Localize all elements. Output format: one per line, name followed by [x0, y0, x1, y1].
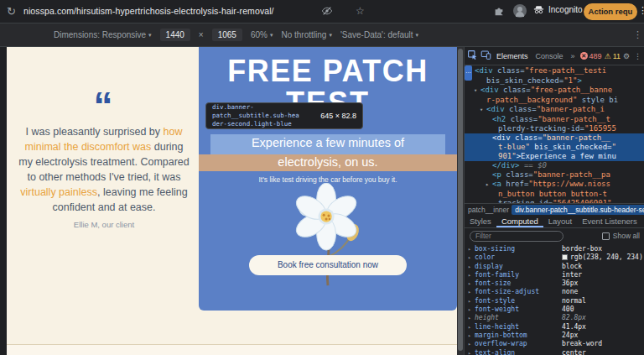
computed-property-row[interactable]: ▸font-stylenormal [468, 297, 644, 305]
computed-property-row[interactable]: ▸height82.8px [468, 314, 644, 322]
inspect-element-icon[interactable] [467, 50, 478, 62]
expand-arrow-icon[interactable]: ▸ [468, 314, 475, 322]
viewport-width-field[interactable]: 1440 [160, 29, 190, 41]
expand-arrow-icon[interactable]: ▸ [468, 253, 475, 262]
expand-arrow-icon[interactable]: ▾ [480, 106, 486, 115]
zoom-dropdown[interactable]: 60% ▾ [251, 30, 273, 39]
reload-icon[interactable]: ↻ [7, 5, 16, 18]
profile-avatar[interactable] [513, 4, 527, 18]
property-name: font-family [475, 271, 562, 279]
expand-arrow-icon[interactable]: ▸ [468, 279, 475, 288]
expand-arrow-icon[interactable]: ▸ [468, 263, 475, 271]
tab-event-listeners[interactable]: Event Listeners [577, 215, 641, 227]
dom-tree-row[interactable]: <p class="banner-patch__pa [465, 170, 644, 180]
preview-scrollbar [457, 47, 464, 355]
computed-property-row[interactable]: ▸overflow-wrapbreak-word [468, 340, 644, 348]
dom-tree-row[interactable]: <h2 class="banner-patch__t [465, 115, 644, 124]
devtools-menu-icon[interactable]: ⋮ [634, 52, 641, 60]
expand-arrow-icon[interactable]: ▸ [468, 332, 475, 340]
breadcrumb-item[interactable]: patch__inner [468, 206, 509, 214]
dom-tree-row[interactable]: <div class="banner-patch__ [465, 133, 644, 143]
zoom-value: 60% [251, 30, 267, 39]
throttling-value: No throttling [281, 30, 326, 39]
save-data-dropdown[interactable]: 'Save-Data': default ▾ [340, 30, 418, 39]
expand-arrow-icon[interactable]: ▸ [468, 271, 475, 279]
dom-tree-row[interactable]: plerdy-tracking-id="165955 [465, 124, 644, 133]
property-value: center [562, 349, 586, 355]
property-value: 36px [562, 279, 578, 287]
property-value: block [562, 263, 582, 270]
computed-property-row[interactable]: ▸line-height41.4px [468, 323, 644, 332]
dimensions-dropdown[interactable]: Dimensions: Responsive ▾ [54, 30, 152, 39]
save-data-value: 'Save-Data': default [340, 30, 413, 39]
dom-tree-row[interactable]: r-patch__background" style bi [465, 96, 644, 105]
expand-arrow-icon[interactable]: ▸ [468, 340, 475, 348]
eye-off-icon[interactable] [321, 5, 333, 18]
error-count-badge[interactable]: ✕ 489 [580, 52, 602, 60]
dom-tree-row[interactable]: ▾<div class="banner-patch_i [465, 105, 644, 115]
settings-gear-icon[interactable]: ⚙ [623, 52, 630, 60]
throttling-dropdown[interactable]: No throttling ▾ [281, 30, 331, 39]
computed-property-row[interactable]: ▸colorrgb(238, 240, 234) [468, 253, 644, 262]
property-name: margin-bottom [475, 332, 562, 340]
dom-tree-row[interactable]: 901">Experience a few minu [465, 152, 644, 161]
computed-property-row[interactable]: ▸margin-bottom24px [468, 332, 644, 340]
dom-tree-row[interactable]: t-blue" bis_skin_checked=" [465, 143, 644, 152]
tab-console[interactable]: Console [533, 50, 566, 62]
show-all-checkbox[interactable] [602, 232, 610, 240]
dom-tree-row[interactable]: n_button button button-t [465, 190, 644, 199]
inspect-tooltip: div.banner-patch__subtitle.sub-hea der-s… [205, 102, 363, 129]
expand-arrow-icon[interactable]: ▾ [474, 86, 480, 96]
computed-property-row[interactable]: ▸font-familyinter [468, 271, 644, 279]
device-toolbar-icon[interactable] [480, 50, 491, 62]
show-all-toggle[interactable]: Show all [602, 232, 640, 240]
viewport-height-field[interactable]: 1065 [212, 29, 242, 41]
expand-arrow-icon[interactable]: ▸ [468, 323, 475, 332]
warning-count-badge[interactable]: ⚠ 11 [605, 52, 621, 60]
more-tabs-chevron[interactable]: » [569, 50, 578, 62]
filter-input[interactable] [470, 231, 564, 242]
browser-menu-icon[interactable]: ⋮ [638, 5, 644, 16]
computed-list: ▸box-sizingborder-box▸colorrgb(238, 240,… [465, 243, 644, 355]
expand-arrow-icon[interactable]: ▸ [468, 245, 475, 253]
property-name: height [475, 314, 562, 322]
property-value: 24px [562, 332, 578, 339]
action-required-button[interactable]: Action requ [584, 3, 637, 20]
expand-arrow-icon[interactable]: ▸ [468, 349, 475, 355]
tab-computed[interactable]: Computed [496, 215, 543, 227]
property-name: font-style [475, 297, 562, 305]
tab-styles[interactable]: Styles [465, 215, 496, 227]
property-name: font-weight [475, 305, 562, 314]
chevron-down-icon: ▾ [416, 32, 419, 39]
dom-tree-row[interactable]: ▸<a href="https://www.nioss [465, 180, 644, 190]
dom-tree-row[interactable]: </div> == $0 [465, 161, 644, 170]
device-toolbar-menu-icon[interactable]: ⋮ [633, 29, 642, 40]
chevron-down-icon: ▾ [270, 32, 273, 39]
expand-arrow-icon[interactable]: ▸ [486, 180, 492, 190]
property-value: 400 [562, 305, 574, 313]
address-bar[interactable]: niosspa.com/hirsutism-hypertrichosis-ele… [23, 6, 274, 16]
tab-layout[interactable]: Layout [543, 215, 578, 227]
computed-property-row[interactable]: ▸font-weight400 [468, 305, 644, 314]
dom-tree-row[interactable]: ▾<div class="free-patch__testi [465, 66, 644, 76]
breadcrumb-item-selected[interactable]: div.banner-patch__subtitle.sub-header-se… [512, 205, 644, 215]
expand-arrow-icon[interactable]: ▸ [468, 297, 475, 305]
computed-property-row[interactable]: ▸box-sizingborder-box [468, 245, 644, 253]
property-value: normal [562, 297, 586, 305]
computed-property-row[interactable]: ▸text-aligncenter [468, 349, 644, 355]
dom-more-actions-button[interactable]: ⋯ [465, 65, 472, 81]
expand-arrow-icon[interactable]: ▸ [468, 305, 475, 314]
book-consultation-button[interactable]: Book free consultation now [249, 255, 407, 275]
tab-elements[interactable]: Elements [494, 50, 531, 62]
computed-property-row[interactable]: ▸displayblock [468, 263, 644, 271]
testimonial-attribution: Ellie M, our client [17, 220, 191, 229]
computed-property-row[interactable]: ▸font-size-adjustnone [468, 288, 644, 296]
dom-tree-row[interactable]: ▾<div class="free-patch__banne [465, 86, 644, 96]
dom-tree-row[interactable]: bis_skin_checked="1"> [465, 76, 644, 86]
extensions-puzzle-icon[interactable] [493, 5, 505, 18]
computed-property-row[interactable]: ▸font-size36px [468, 279, 644, 288]
bookmark-star-icon[interactable]: ☆ [356, 5, 365, 17]
expand-arrow-icon[interactable]: ▸ [468, 288, 475, 296]
scrollbar-thumb[interactable] [458, 49, 463, 351]
devtools-tab-bar: Elements Console » ✕ 489 ⚠ 11 ⚙ ⋮ ✕ [465, 47, 644, 65]
